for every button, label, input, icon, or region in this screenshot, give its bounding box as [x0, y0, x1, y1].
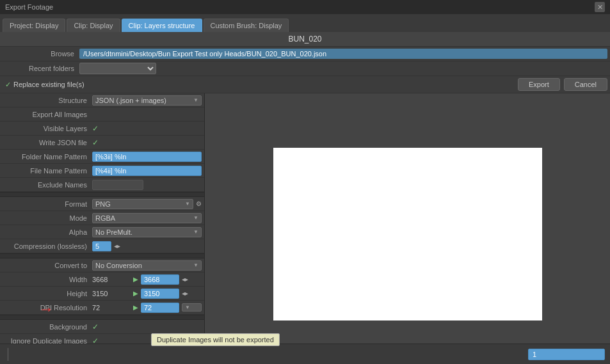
action-row: ✓ Replace existing file(s) Export Cancel: [0, 76, 610, 93]
structure-row: Structure JSON (.json + images) ▼: [0, 93, 204, 107]
chevron-down-icon: ▼: [193, 97, 198, 103]
width-source: 3668: [92, 276, 131, 283]
format-dropdown[interactable]: PNG ▼: [92, 199, 193, 209]
export-all-images-row: Export All Images: [0, 107, 204, 122]
folder-name-pattern-input[interactable]: [%3ii] %ln: [92, 152, 202, 162]
alpha-dropdown[interactable]: No PreMult. ▼: [92, 227, 202, 237]
background-label: Background: [3, 323, 92, 331]
exclude-names-row: Exclude Names: [0, 178, 204, 192]
chevron-down-icon: ▼: [185, 201, 190, 207]
arrow-right-icon-3: ▶: [133, 304, 138, 311]
browse-path[interactable]: /Users/dtnmini/Desktop/Bun Export Test o…: [79, 49, 607, 59]
window-title: Export Footage: [5, 3, 53, 11]
section-divider-1: [0, 192, 204, 197]
format-row: Format PNG ▼ ⚙: [0, 197, 204, 211]
write-json-label: Write JSON file: [3, 139, 92, 146]
width-destination-input[interactable]: 3668: [141, 274, 179, 285]
background-row: Background ✓: [0, 320, 204, 334]
compression-label: Compression (lossless): [3, 242, 92, 250]
write-json-check[interactable]: ✓: [92, 138, 202, 147]
section-divider-2: [0, 253, 204, 258]
preview-panel: [205, 93, 610, 364]
file-name-pattern-input[interactable]: [%4ii] %ln: [92, 166, 202, 176]
export-button[interactable]: Export: [518, 78, 560, 91]
folder-name-pattern-label: Folder Name Pattern: [3, 153, 92, 161]
structure-label: Structure: [3, 97, 92, 104]
compression-input[interactable]: 5: [92, 241, 111, 251]
chevron-down-icon-dpi: ▼: [185, 305, 190, 310]
close-button[interactable]: ✕: [595, 2, 605, 12]
dpi-row: DPI Resolution 72 ▶ 72 ▼: [0, 301, 204, 315]
chevron-down-icon: ▼: [193, 262, 198, 268]
clip-name: BUN_020: [0, 32, 610, 47]
height-source: 3150: [92, 290, 131, 297]
left-panel: Structure JSON (.json + images) ▼ Export…: [0, 93, 205, 364]
recent-folders-row: Recent folders: [0, 61, 610, 76]
dpi-destination-input[interactable]: 72: [141, 303, 179, 313]
height-destination-input[interactable]: 3150: [141, 289, 179, 299]
tab-clip-display[interactable]: Clip: Display: [67, 19, 120, 32]
height-row: Height 3150 ▶ 3150 ◂▸: [0, 287, 204, 301]
background-check[interactable]: ✓: [92, 322, 202, 331]
format-settings-icon[interactable]: ⚙: [196, 200, 202, 207]
dpi-source: 72: [92, 304, 131, 312]
compression-row: Compression (lossless) 5 ◂▸: [0, 239, 204, 253]
format-label: Format: [3, 200, 92, 208]
convert-to-row: Convert to No Conversion ▼: [0, 258, 204, 273]
export-all-images-label: Export All Images: [3, 111, 92, 118]
section-divider-3: [0, 315, 204, 320]
mode-row: Mode RGBA ▼: [0, 211, 204, 225]
alpha-label: Alpha: [3, 228, 92, 236]
width-row: Width 3668 ▶ 3668 ◂▸: [0, 273, 204, 287]
recent-folders-dropdown[interactable]: [79, 63, 156, 74]
tab-clip-layers-structure[interactable]: Clip: Layers structure: [122, 19, 202, 32]
visible-layers-label: Visible Layers: [3, 125, 92, 132]
arrow-right-icon: ▶: [133, 276, 138, 283]
bottom-bar: 1: [0, 344, 610, 364]
title-bar: Export Footage ✕: [0, 0, 610, 14]
height-label: Height: [3, 290, 92, 297]
cancel-button[interactable]: Cancel: [564, 78, 607, 91]
tab-custom-brush-display[interactable]: Custom Brush: Display: [204, 19, 289, 32]
write-json-row: Write JSON file ✓: [0, 136, 204, 150]
structure-dropdown[interactable]: JSON (.json + images) ▼: [92, 95, 202, 106]
tooltip-duplicate-images: Duplicate Images will not be exported: [151, 333, 280, 346]
exclude-names-label: Exclude Names: [3, 181, 92, 189]
main-content: Structure JSON (.json + images) ▼ Export…: [0, 93, 610, 364]
preview-image: [273, 148, 542, 320]
exclude-names-input[interactable]: [92, 180, 143, 190]
file-name-pattern-label: File Name Pattern: [3, 167, 92, 175]
dpi-dropdown[interactable]: ▼: [182, 303, 202, 312]
chevron-down-icon: ▼: [193, 229, 198, 235]
check-icon: ✓: [5, 81, 11, 89]
replace-existing-checkbox-row[interactable]: ✓ Replace existing file(s): [5, 81, 84, 89]
arrow-indicator: →: [38, 300, 54, 318]
arrow-right-icon-2: ▶: [133, 290, 138, 297]
height-lock-icon[interactable]: ◂▸: [182, 290, 188, 297]
convert-to-label: Convert to: [3, 262, 92, 269]
replace-existing-label: Replace existing file(s): [13, 81, 84, 88]
file-name-pattern-row: File Name Pattern [%4ii] %ln: [0, 164, 204, 178]
folder-name-pattern-row: Folder Name Pattern [%3ii] %ln: [0, 150, 204, 164]
mode-dropdown[interactable]: RGBA ▼: [92, 213, 202, 223]
compression-arrows-icon[interactable]: ◂▸: [114, 242, 120, 249]
frame-number-input[interactable]: 1: [528, 349, 605, 360]
width-label: Width: [3, 276, 92, 283]
visible-layers-check[interactable]: ✓: [92, 124, 202, 133]
tab-bar: Project: Display Clip: Display Clip: Lay…: [0, 14, 610, 32]
recent-folders-label: Recent folders: [3, 65, 79, 72]
mode-label: Mode: [3, 214, 92, 222]
browse-row: Browse /Users/dtnmini/Desktop/Bun Export…: [0, 47, 610, 61]
width-lock-icon[interactable]: ◂▸: [182, 276, 188, 283]
chevron-down-icon: ▼: [193, 215, 198, 221]
vertical-divider: [8, 348, 8, 361]
browse-label: Browse: [3, 50, 79, 58]
tab-project-display[interactable]: Project: Display: [3, 19, 65, 32]
convert-to-dropdown[interactable]: No Conversion ▼: [92, 260, 202, 271]
alpha-row: Alpha No PreMult. ▼: [0, 225, 204, 239]
visible-layers-row: Visible Layers ✓: [0, 122, 204, 136]
